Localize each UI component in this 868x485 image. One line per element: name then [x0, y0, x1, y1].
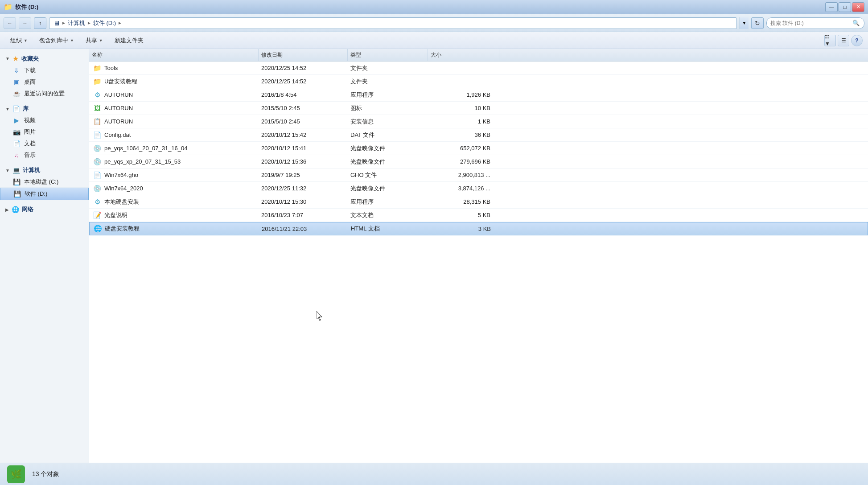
sidebar: ▼ ★ 收藏夹 ⇓ 下载 ▣ 桌面 ☕ 最近访问的位置 ▼ 📄 库 — [0, 49, 89, 463]
path-dropdown-button[interactable]: ▼ — [740, 17, 749, 29]
file-size: 36 KB — [428, 132, 499, 138]
file-name: AUTORUN — [104, 118, 133, 125]
downloads-label: 下载 — [24, 66, 36, 74]
table-row[interactable]: 📄 Win7x64.gho 2019/9/7 19:25 GHO 文件 2,90… — [89, 169, 868, 182]
search-icon[interactable]: 🔍 — [852, 19, 860, 28]
column-header-modified[interactable]: 修改日期 — [259, 49, 348, 61]
file-date: 2020/10/12 15:30 — [259, 198, 348, 205]
share-arrow: ▼ — [99, 38, 103, 43]
path-segment-drive: 软件 (D:) — [93, 19, 116, 27]
table-row[interactable]: ⚙ 本地硬盘安装 2020/10/12 15:30 应用程序 28,315 KB — [89, 195, 868, 209]
file-size: 3,874,126 ... — [428, 185, 499, 192]
close-button[interactable]: ✕ — [852, 2, 864, 12]
network-arrow: ▶ — [5, 207, 9, 212]
file-icon: 📁 — [93, 77, 102, 86]
file-name: Config.dat — [104, 132, 131, 138]
maximize-button[interactable]: □ — [839, 2, 851, 12]
include-library-button[interactable]: 包含到库中 ▼ — [34, 34, 79, 47]
file-icon: ⚙ — [93, 90, 102, 99]
column-header-type[interactable]: 类型 — [348, 49, 428, 61]
table-row[interactable]: 💿 Win7x64_2020 2020/12/25 11:32 光盘映像文件 3… — [89, 182, 868, 195]
sidebar-item-doc[interactable]: 📄 文档 — [0, 138, 89, 149]
column-header-name[interactable]: 名称 — [89, 49, 259, 61]
file-type: 图标 — [348, 104, 428, 112]
column-header-size[interactable]: 大小 — [428, 49, 499, 61]
search-input[interactable] — [770, 20, 850, 26]
status-bar: 🌿 13 个对象 — [0, 463, 868, 485]
disk-d-label: 软件 (D:) — [25, 190, 47, 198]
file-type: 光盘映像文件 — [348, 185, 428, 193]
sidebar-item-desktop[interactable]: ▣ 桌面 — [0, 76, 89, 88]
file-icon: 💿 — [93, 157, 102, 166]
file-type: 文本文档 — [348, 211, 428, 219]
library-header[interactable]: ▼ 📄 库 — [0, 103, 89, 115]
file-date: 2020/10/12 15:42 — [259, 132, 348, 138]
file-date: 2019/9/7 19:25 — [259, 172, 348, 178]
minimize-button[interactable]: — — [825, 2, 838, 12]
file-type: 安装信息 — [348, 118, 428, 126]
forward-button[interactable]: → — [19, 17, 31, 29]
refresh-button[interactable]: ↻ — [751, 17, 764, 29]
image-icon: 📷 — [12, 128, 21, 136]
table-row[interactable]: ⚙ AUTORUN 2016/1/8 4:54 应用程序 1,926 KB — [89, 88, 868, 102]
file-type: 应用程序 — [348, 91, 428, 99]
view-dropdown-button[interactable]: ☷ ▼ — [824, 35, 836, 46]
file-date: 2020/10/12 15:36 — [259, 158, 348, 165]
file-type: GHO 文件 — [348, 171, 428, 179]
organize-button[interactable]: 组织 ▼ — [5, 34, 33, 47]
file-name: pe_yqs_1064_20_07_31_16_04 — [104, 145, 188, 152]
file-icon: 💿 — [93, 144, 102, 153]
network-header[interactable]: ▶ 🌐 网络 — [0, 204, 89, 215]
sidebar-item-music[interactable]: ♫ 音乐 — [0, 149, 89, 161]
file-size: 1,926 KB — [428, 91, 499, 98]
file-size: 3 KB — [428, 226, 500, 232]
up-button[interactable]: ↑ — [34, 17, 46, 29]
table-row[interactable]: 📁 U盘安装教程 2020/12/25 14:52 文件夹 — [89, 75, 868, 88]
disk-d-icon: 💾 — [13, 190, 21, 198]
table-row[interactable]: 📝 光盘说明 2016/10/23 7:07 文本文档 5 KB — [89, 209, 868, 222]
sidebar-item-disk-d[interactable]: 💾 软件 (D:) — [0, 188, 89, 200]
file-size: 2,900,813 ... — [428, 172, 499, 178]
help-button[interactable]: ? — [851, 35, 863, 46]
back-button[interactable]: ← — [4, 17, 16, 29]
table-row[interactable]: 💿 pe_yqs_xp_20_07_31_15_53 2020/10/12 15… — [89, 155, 868, 169]
preview-pane-button[interactable]: ☰ — [838, 35, 849, 46]
sidebar-item-disk-c[interactable]: 💾 本地磁盘 (C:) — [0, 176, 89, 188]
music-label: 音乐 — [24, 151, 36, 159]
favorites-arrow: ▼ — [5, 56, 10, 61]
file-icon: 🌐 — [93, 224, 102, 233]
image-label: 图片 — [24, 128, 36, 136]
disk-c-label: 本地磁盘 (C:) — [24, 178, 58, 186]
table-row[interactable]: 📁 Tools 2020/12/25 14:52 文件夹 — [89, 62, 868, 75]
file-size: 5 KB — [428, 212, 499, 218]
address-path[interactable]: 🖥 ► 计算机 ► 软件 (D:) ► — [49, 17, 737, 29]
window-title: 软件 (D:) — [15, 3, 38, 11]
app-status-icon: 🌿 — [7, 465, 25, 483]
favorites-header[interactable]: ▼ ★ 收藏夹 — [0, 53, 89, 65]
search-box[interactable]: 🔍 — [766, 17, 864, 29]
status-app-emoji: 🌿 — [11, 469, 22, 480]
new-folder-button[interactable]: 新建文件夹 — [110, 34, 148, 47]
table-row[interactable]: 🌐 硬盘安装教程 2016/11/21 22:03 HTML 文档 3 KB — [89, 222, 868, 235]
file-name: Win7x64.gho — [104, 172, 138, 178]
recent-icon: ☕ — [12, 90, 21, 98]
share-button[interactable]: 共享 ▼ — [81, 34, 108, 47]
table-row[interactable]: 📋 AUTORUN 2015/5/10 2:45 安装信息 1 KB — [89, 115, 868, 128]
table-row[interactable]: 🖼 AUTORUN 2015/5/10 2:45 图标 10 KB — [89, 102, 868, 115]
file-list[interactable]: 名称 修改日期 类型 大小 📁 Tools 2020/12/25 14:52 文… — [89, 49, 868, 463]
sidebar-item-video[interactable]: ▶ 视频 — [0, 115, 89, 126]
file-name: AUTORUN — [104, 105, 133, 111]
path-segment-root: 🖥 — [53, 19, 60, 27]
table-row[interactable]: 💿 pe_yqs_1064_20_07_31_16_04 2020/10/12 … — [89, 142, 868, 155]
computer-icon: 💻 — [12, 167, 20, 174]
recent-label: 最近访问的位置 — [24, 90, 65, 98]
path-segment-computer: 计算机 — [68, 19, 85, 27]
file-name: 本地硬盘安装 — [104, 198, 139, 206]
sidebar-item-recent[interactable]: ☕ 最近访问的位置 — [0, 88, 89, 99]
sidebar-item-downloads[interactable]: ⇓ 下载 — [0, 65, 89, 76]
file-date: 2020/12/25 14:52 — [259, 65, 348, 71]
table-row[interactable]: 📄 Config.dat 2020/10/12 15:42 DAT 文件 36 … — [89, 128, 868, 142]
sidebar-item-image[interactable]: 📷 图片 — [0, 126, 89, 138]
main-layout: ▼ ★ 收藏夹 ⇓ 下载 ▣ 桌面 ☕ 最近访问的位置 ▼ 📄 库 — [0, 49, 868, 463]
computer-header[interactable]: ▼ 💻 计算机 — [0, 164, 89, 176]
